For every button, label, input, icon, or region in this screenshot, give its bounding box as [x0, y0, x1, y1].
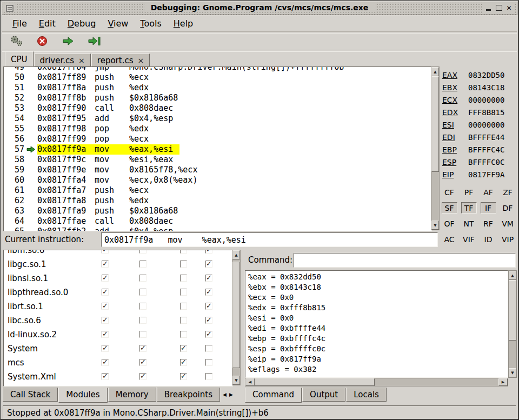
- module-row-libc-so-6[interactable]: libc.so.6✓✓: [4, 314, 232, 328]
- scrollbar-track[interactable]: [232, 259, 240, 376]
- module-checkbox[interactable]: [180, 331, 187, 338]
- scrollbar-track[interactable]: [255, 378, 498, 386]
- module-checkbox[interactable]: ✓: [180, 359, 187, 366]
- disassembly-row[interactable]: 500x0817ff89push%ecx: [4, 72, 431, 83]
- scroll-down-button[interactable]: ▼: [232, 376, 240, 385]
- disassembly-row[interactable]: 650x0817ffb2add$0x4,%esp: [4, 226, 431, 231]
- module-row-system[interactable]: System✓✓✓: [4, 342, 232, 356]
- console-output[interactable]: %eax = 0x832dd50%ebx = 0x8143c18%ecx = 0…: [245, 270, 508, 378]
- module-checkbox[interactable]: [139, 289, 147, 296]
- scrollbar-thumb[interactable]: [509, 280, 516, 341]
- disassembly-row[interactable]: 590x0817ff9emov0x8165f78,%ecx: [4, 165, 431, 175]
- disassembly-scrollbar[interactable]: ▲ ▼: [431, 66, 440, 230]
- module-checkbox[interactable]: ✓: [205, 261, 212, 268]
- disassembly-row[interactable]: 530x0817ff90call0x808daec: [4, 103, 431, 114]
- scroll-up-button[interactable]: ▲: [232, 250, 240, 259]
- flag-zf[interactable]: ZF: [500, 186, 516, 198]
- tab-locals[interactable]: Locals: [346, 388, 387, 402]
- module-checkbox[interactable]: ✓: [205, 331, 212, 338]
- module-checkbox[interactable]: [205, 359, 212, 366]
- flag-ac[interactable]: AC: [442, 234, 457, 245]
- menu-item-edit[interactable]: Edit: [33, 17, 62, 30]
- module-checkbox[interactable]: ✓: [180, 373, 187, 380]
- command-input[interactable]: [294, 253, 516, 268]
- tab-scroll-left-icon[interactable]: ◀: [222, 391, 228, 398]
- disassembly-row[interactable]: 610x0817ffa7push%ecx: [4, 185, 431, 196]
- menu-item-debug[interactable]: Debug: [62, 17, 102, 30]
- menu-item-help[interactable]: Help: [168, 17, 199, 30]
- module-checkbox[interactable]: [139, 250, 147, 254]
- module-checkbox[interactable]: ✓: [205, 303, 212, 310]
- module-checkbox[interactable]: [180, 261, 187, 268]
- window-icon[interactable]: [4, 4, 15, 12]
- scrollbar-thumb[interactable]: [255, 378, 375, 386]
- module-checkbox[interactable]: [139, 303, 147, 310]
- console-vscrollbar[interactable]: ▲ ▼: [508, 270, 517, 378]
- panel-splitter[interactable]: [241, 250, 245, 385]
- tab-close-icon[interactable]: ×: [137, 56, 144, 65]
- scrollbar-track[interactable]: [431, 76, 439, 221]
- flag-sf[interactable]: SF: [442, 202, 457, 214]
- module-checkbox[interactable]: ✓: [102, 289, 109, 296]
- flag-vif[interactable]: VIF: [461, 234, 477, 245]
- module-checkbox[interactable]: ✓: [139, 359, 147, 366]
- module-checkbox[interactable]: [180, 250, 187, 254]
- flag-pf[interactable]: PF: [461, 186, 477, 198]
- module-checkbox[interactable]: [205, 345, 212, 352]
- module-row-librt-so-1[interactable]: librt.so.1✓✓: [4, 299, 232, 314]
- module-checkbox[interactable]: ✓: [205, 250, 212, 254]
- module-checkbox[interactable]: ✓: [102, 359, 109, 366]
- flag-of[interactable]: OF: [442, 218, 457, 229]
- scrollbar-thumb[interactable]: [232, 262, 240, 368]
- modules-list[interactable]: libm.so.6✓✓libgc.so.1✓✓libnsl.so.1✓✓libp…: [3, 250, 233, 386]
- modules-scrollbar[interactable]: ▲ ▼: [232, 250, 241, 385]
- scroll-right-button[interactable]: ▶: [498, 378, 508, 386]
- module-row-system-xml[interactable]: System.Xml✓✓✓: [4, 370, 232, 384]
- module-row-libnsl-so-1[interactable]: libnsl.so.1✓✓: [4, 271, 232, 285]
- module-checkbox[interactable]: ✓: [102, 373, 109, 380]
- tab-modules[interactable]: Modules: [58, 388, 107, 403]
- maximize-button[interactable]: [494, 3, 504, 12]
- module-checkbox[interactable]: [139, 317, 147, 324]
- menu-item-tools[interactable]: Tools: [134, 17, 167, 30]
- scroll-down-button[interactable]: ▼: [431, 221, 439, 230]
- tab-driver-cs[interactable]: driver.cs×: [34, 54, 91, 66]
- flag-nt[interactable]: NT: [461, 218, 477, 229]
- menu-item-file[interactable]: File: [6, 17, 33, 30]
- module-row-libm-so-6[interactable]: libm.so.6✓✓: [4, 250, 232, 257]
- console-hscrollbar[interactable]: ◀ ▶: [245, 378, 508, 386]
- module-checkbox[interactable]: [205, 373, 212, 380]
- module-checkbox[interactable]: [180, 317, 187, 324]
- module-checkbox[interactable]: [180, 289, 187, 296]
- scroll-up-button[interactable]: ▲: [431, 67, 439, 76]
- tab-cpu[interactable]: CPU: [5, 51, 34, 66]
- flag-cf[interactable]: CF: [442, 186, 457, 198]
- scroll-down-button[interactable]: ▼: [509, 368, 516, 377]
- flag-df[interactable]: DF: [500, 202, 516, 214]
- disassembly-row[interactable]: 570x0817ff9amov%eax,%esi: [4, 144, 431, 155]
- module-checkbox[interactable]: [139, 261, 147, 268]
- disassembly-row[interactable]: 630x0817ffa9push$0x8186a68: [4, 206, 431, 216]
- current-instruction-field[interactable]: [101, 232, 438, 247]
- module-checkbox[interactable]: [180, 275, 187, 282]
- flag-vip[interactable]: VIP: [500, 234, 516, 245]
- scrollbar-track[interactable]: [509, 280, 516, 368]
- disassembly-row[interactable]: 620x0817ffa8push%edx: [4, 196, 431, 206]
- module-checkbox[interactable]: ✓: [205, 289, 212, 296]
- flag-rf[interactable]: RF: [481, 218, 496, 229]
- tab-memory[interactable]: Memory: [108, 388, 156, 402]
- continue-button[interactable]: [61, 34, 76, 48]
- flag-if[interactable]: IF: [481, 202, 496, 214]
- stop-button[interactable]: [35, 34, 50, 48]
- flag-vm[interactable]: VM: [500, 218, 516, 229]
- disassembly-row[interactable]: 580x0817ff9cmov%esi,%eax: [4, 155, 431, 165]
- module-checkbox[interactable]: ✓: [205, 275, 212, 282]
- module-checkbox[interactable]: ✓: [102, 303, 109, 310]
- disassembly-row[interactable]: 550x0817ff98pop%edx: [4, 124, 431, 134]
- module-row-mcs[interactable]: mcs✓✓✓: [4, 356, 232, 370]
- disassembly-row[interactable]: 640x0817ffaecall0x808daec: [4, 216, 431, 226]
- module-checkbox[interactable]: ✓: [139, 345, 147, 352]
- disassembly-row[interactable]: 540x0817ff95add$0x4,%esp: [4, 114, 431, 124]
- module-checkbox[interactable]: ✓: [139, 373, 147, 380]
- module-checkbox[interactable]: ✓: [180, 345, 187, 352]
